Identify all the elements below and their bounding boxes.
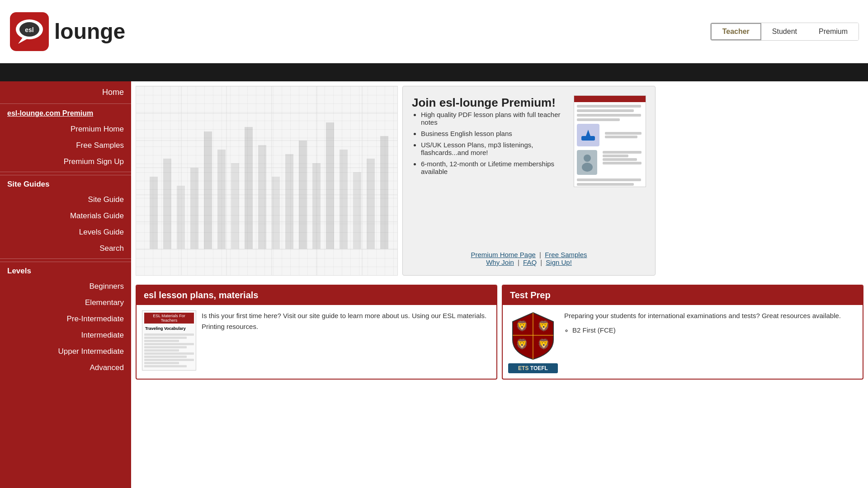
test-prep-description: Preparing your students for internationa… [564, 310, 841, 321]
svg-rect-27 [285, 154, 293, 249]
svg-rect-22 [217, 150, 226, 249]
premium-home-page-link[interactable]: Premium Home Page [471, 251, 535, 258]
lesson-plans-box: esl lesson plans, materials ESL Material… [136, 285, 497, 380]
svg-rect-30 [326, 122, 334, 249]
test-prep-body: 🦁 🦁 🦁 🦁 ETS TOEFL Preparing your studen [503, 305, 863, 379]
nav-tab-teacher[interactable]: Teacher [711, 23, 761, 40]
svg-rect-32 [353, 172, 361, 249]
premium-links-divider1: | [539, 251, 541, 258]
lesson-plans-thumbnail: ESL Materials For Teachers Traveling Voc… [142, 310, 196, 371]
sidebar-site-guides-title: Site Guides [0, 175, 131, 192]
svg-point-38 [582, 163, 593, 172]
sidebar-levels-title: Levels [0, 262, 131, 278]
nav-tab-premium[interactable]: Premium [808, 23, 859, 40]
premium-title: Join esl-lounge Premium! [412, 95, 567, 111]
header: esl lounge Teacher Student Premium [0, 0, 868, 63]
svg-rect-24 [245, 127, 253, 249]
main-layout: Home esl-lounge.com Premium Premium Home… [0, 81, 868, 488]
svg-text:esl: esl [25, 26, 33, 33]
premium-signup-link[interactable]: Sign Up! [546, 258, 572, 266]
sidebar-site-guide[interactable]: Site Guide [0, 192, 131, 208]
premium-bullet-3: US/UK Lesson Plans, mp3 listenings, flas… [421, 141, 567, 156]
esl-logo-icon: esl [9, 11, 50, 52]
lesson-plans-text: Is this your first time here? Visit our … [202, 310, 491, 332]
thumb-title: ESL Materials For Teachers [144, 313, 194, 324]
banner-image [136, 86, 398, 276]
svg-rect-35 [581, 136, 595, 141]
premium-bullets: High quality PDF lesson plans with full … [412, 111, 567, 175]
test-prep-header: Test Prep [503, 286, 863, 305]
premium-links-divider3: | [540, 258, 542, 266]
premium-image-bar [574, 96, 646, 102]
svg-rect-20 [190, 168, 198, 249]
sidebar-pre-intermediate[interactable]: Pre-Intermediate [0, 311, 131, 327]
top-content-row: Join esl-lounge Premium! High quality PD… [131, 81, 868, 280]
premium-box-inner: Join esl-lounge Premium! High quality PD… [412, 95, 646, 187]
premium-bullet-4: 6-month, 12-month or Lifetime membership… [421, 160, 567, 175]
svg-rect-25 [258, 145, 266, 249]
svg-rect-33 [367, 159, 375, 249]
lesson-plans-header: esl lesson plans, materials [137, 286, 496, 305]
premium-links-line1: Premium Home Page | Free Samples [412, 251, 646, 258]
premium-box: Join esl-lounge Premium! High quality PD… [402, 86, 656, 276]
premium-faq-link[interactable]: FAQ [523, 258, 537, 266]
svg-rect-23 [231, 163, 239, 249]
premium-links-divider2: | [518, 258, 519, 266]
content-area: Join esl-lounge Premium! High quality PD… [131, 81, 868, 488]
svg-rect-26 [272, 177, 280, 249]
sidebar-advanced[interactable]: Advanced [0, 360, 131, 376]
svg-rect-18 [163, 159, 171, 249]
logo-text: lounge [54, 19, 125, 44]
svg-text:🦁: 🦁 [538, 320, 550, 332]
premium-links-line2: Why Join | FAQ | Sign Up! [412, 258, 646, 266]
premium-links: Premium Home Page | Free Samples Why Joi… [412, 251, 646, 266]
sidebar: Home esl-lounge.com Premium Premium Home… [0, 81, 131, 488]
sidebar-intermediate[interactable]: Intermediate [0, 327, 131, 343]
sidebar-upper-intermediate[interactable]: Upper Intermediate [0, 343, 131, 360]
dark-navigation-bar [0, 63, 868, 81]
premium-free-samples-link[interactable]: Free Samples [545, 251, 587, 258]
b2-fce-link[interactable]: B2 First (FCE) [572, 326, 616, 334]
svg-marker-36 [586, 130, 590, 136]
banner-svg [136, 86, 398, 276]
sidebar-elementary[interactable]: Elementary [0, 295, 131, 311]
svg-rect-31 [340, 150, 348, 249]
sidebar-free-samples[interactable]: Free Samples [0, 137, 131, 154]
sidebar-search[interactable]: Search [0, 240, 131, 257]
test-prep-box: Test Prep 🦁 🦁 🦁 [502, 285, 863, 380]
premium-why-join-link[interactable]: Why Join [486, 258, 514, 266]
svg-rect-21 [204, 131, 212, 249]
svg-rect-5 [136, 86, 398, 276]
svg-rect-17 [150, 177, 158, 249]
svg-rect-19 [177, 186, 185, 249]
ets-label: ETS [518, 365, 528, 371]
toefl-label: TOEFL [530, 365, 548, 371]
premium-sample-image [574, 95, 646, 187]
logo-area: esl lounge [9, 11, 125, 52]
premium-text: Join esl-lounge Premium! High quality PD… [412, 95, 567, 187]
svg-text:🦁: 🦁 [516, 338, 528, 350]
thumb-subtitle: Traveling Vocabulary [144, 325, 194, 333]
svg-point-37 [584, 155, 591, 162]
svg-rect-29 [312, 163, 321, 249]
lesson-plans-body: ESL Materials For Teachers Traveling Voc… [137, 305, 496, 376]
svg-rect-28 [299, 141, 307, 249]
sidebar-home-link[interactable]: Home [0, 81, 131, 102]
test-prep-content: Preparing your students for internationa… [564, 310, 841, 336]
sidebar-beginners[interactable]: Beginners [0, 278, 131, 295]
sidebar-levels-guide[interactable]: Levels Guide [0, 224, 131, 240]
sidebar-premium-title[interactable]: esl-lounge.com Premium [0, 106, 131, 121]
svg-rect-34 [380, 136, 388, 249]
sidebar-premium-signup[interactable]: Premium Sign Up [0, 154, 131, 170]
svg-text:🦁: 🦁 [516, 320, 528, 332]
sidebar-materials-guide[interactable]: Materials Guide [0, 208, 131, 224]
nav-tab-student[interactable]: Student [761, 23, 808, 40]
premium-bullet-1: High quality PDF lesson plans with full … [421, 111, 567, 126]
sidebar-premium-home[interactable]: Premium Home [0, 121, 131, 137]
test-prep-crest: 🦁 🦁 🦁 🦁 ETS TOEFL [508, 310, 558, 373]
nav-tabs: Teacher Student Premium [710, 23, 859, 41]
svg-text:🦁: 🦁 [538, 338, 550, 350]
bottom-content-row: esl lesson plans, materials ESL Material… [131, 280, 868, 384]
premium-bullet-2: Business English lesson plans [421, 130, 567, 137]
cambridge-crest-svg: 🦁 🦁 🦁 🦁 [508, 310, 558, 360]
